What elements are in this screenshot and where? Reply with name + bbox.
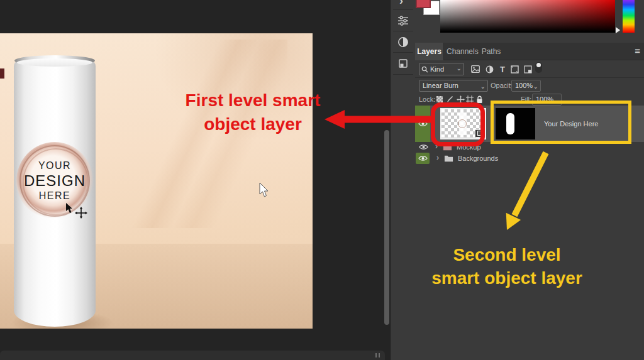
folder-icon [444,155,453,162]
photoshop-window: YOUR DESIGN HERE › [0,0,644,360]
panel-dock: › [390,0,415,360]
collapse-arrow-icon[interactable]: › [391,0,416,6]
annotation-red-box [431,102,485,146]
horizontal-scrollbar[interactable] [0,351,385,360]
chevron-down-icon: ⌄ [533,81,538,92]
annotation-red-arrow [322,108,435,131]
filter-type-layers-icon[interactable]: T [497,64,508,74]
tumbler-rim-inner [17,58,92,67]
filter-smart-objects-icon[interactable] [523,64,533,74]
libraries-panel-icon[interactable] [395,55,411,72]
arrow-cursor-icon [259,182,272,199]
annotation-second-level-text: Second level smart object layer [409,243,605,290]
opacity-value: 100% [515,82,533,89]
color-saturation-field[interactable] [440,0,615,33]
search-icon [421,66,428,73]
expand-chevron-icon[interactable]: › [436,153,439,162]
opacity-field[interactable]: 100% ⌄ [511,80,541,92]
annotation-yellow-arrow [491,148,566,236]
filter-kind-label: Kind [430,65,444,73]
canvas-edge-detail [0,68,4,79]
filter-shape-layers-icon[interactable] [509,64,519,74]
half-circle-icon [397,36,409,48]
panel-menu-icon[interactable]: ≡ [635,43,640,60]
sliders-icon [397,15,409,26]
move-cursor-icon [65,202,88,219]
eye-icon [418,155,428,162]
properties-panel-icon[interactable] [395,13,411,29]
filter-pixel-layers-icon[interactable] [470,64,480,74]
filter-kind-dropdown[interactable]: Kind ⌄ [419,63,464,75]
scrollbar-grip[interactable] [375,353,380,357]
annotation-first-level-text: First level smart object layer [161,89,345,136]
tumbler-mockup: YOUR DESIGN HERE [14,55,96,327]
tab-layers[interactable]: Layers [415,43,444,60]
design-text-line1: YOUR [38,160,71,172]
annotation-yellow-box [491,101,631,144]
blend-mode-row: Linear Burn ⌄ Opacity: 100% ⌄ [415,78,644,93]
layer-filter-row: Kind ⌄ T [415,60,644,78]
chevron-down-icon: ⌄ [457,65,462,72]
panel-tab-bar: Layers Channels Paths ≡ [415,43,644,60]
foreground-color-swatch[interactable] [416,0,431,8]
lock-label: Lock: [419,95,435,103]
tab-channels[interactable]: Channels [447,43,477,60]
blend-mode-dropdown[interactable]: Linear Burn ⌄ [419,80,488,92]
chevron-down-icon: ⌄ [480,81,486,92]
layer-visibility-toggle[interactable] [416,153,430,164]
document-canvas[interactable]: YOUR DESIGN HERE [0,33,313,329]
page-icon [398,58,408,68]
filter-adjustment-layers-icon[interactable] [484,64,494,74]
color-panel [415,0,644,43]
filter-toggle[interactable] [535,62,542,73]
blend-mode-value: Linear Burn [423,82,458,89]
hue-pointer-icon [616,27,620,33]
design-text-line3: HERE [39,190,70,202]
eye-icon[interactable] [419,143,428,151]
hue-slider[interactable] [623,0,635,33]
vertical-scrollbar[interactable] [384,130,389,325]
tab-paths[interactable]: Paths [480,43,502,60]
design-text-line2: DESIGN [24,172,86,190]
adjustments-panel-icon[interactable] [395,34,411,50]
